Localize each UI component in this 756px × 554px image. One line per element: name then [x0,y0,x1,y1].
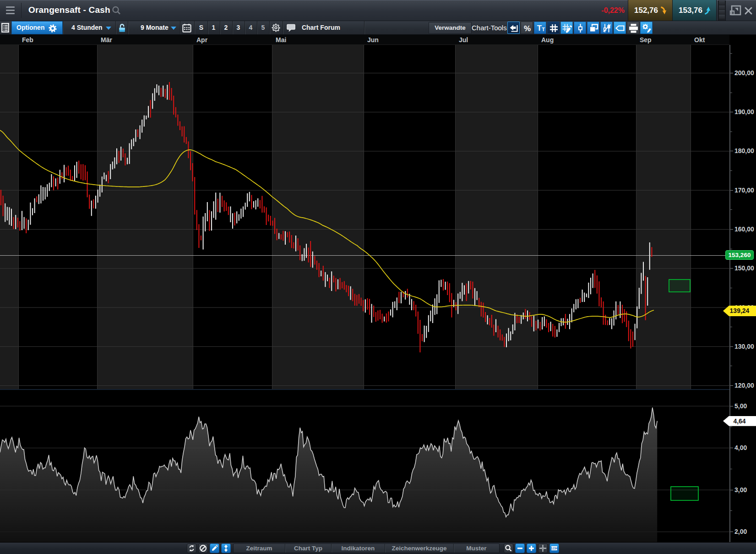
indicator-plot[interactable] [0,390,729,542]
axis-tick [730,532,733,532]
month-label-Okt: Okt [694,36,705,44]
search-icon[interactable] [111,5,121,16]
axis-tick [730,190,733,191]
menu-button[interactable] [0,0,22,21]
axis-tick [730,268,733,269]
text-size-icon[interactable]: TT [534,22,546,34]
axis-tick [730,73,733,73]
scale-button-S[interactable]: S [195,21,207,34]
grid-icon[interactable] [547,22,560,34]
svg-text:%: % [524,24,531,33]
interval-dropdown[interactable]: 4 Stunden [64,21,115,34]
drag-grip[interactable] [718,0,726,21]
axis-minor-tick [730,288,732,288]
gears-edit-icon[interactable] [640,22,653,34]
zoom-out-icon[interactable] [515,543,525,553]
percent-icon[interactable]: % [521,22,533,34]
indicator-value-badge: 4,64 [723,416,756,426]
separator [63,21,63,34]
candle-single-icon[interactable] [574,22,586,34]
price-tag-icon[interactable] [614,22,626,34]
bottom-button-zeitraum[interactable]: Zeitraum [234,544,285,553]
scale-button-2[interactable]: 2 [220,21,232,34]
axis-minor-tick [730,469,732,469]
price-tick-label: 190,00 [734,108,754,115]
sort-arrows-icon[interactable] [221,543,231,553]
refresh-icon[interactable] [187,543,196,553]
separator [283,21,283,34]
candles-compare-icon[interactable] [600,22,613,34]
month-label-Mai: Mai [276,36,286,44]
axis-tick [730,112,733,112]
svg-text:T: T [542,27,545,32]
settings-gear-icon[interactable] [272,23,280,32]
axis-tick [730,406,733,406]
axis-minor-tick [730,327,732,327]
related-button[interactable]: Verwandte [429,22,472,34]
month-label-Apr: Apr [196,36,207,44]
window-restore-button[interactable] [729,4,742,17]
chevron-down-icon [171,27,176,30]
price-tick-label: 180,00 [734,147,754,154]
range-dropdown[interactable]: 9 Monate [129,21,180,34]
svg-text:1234: 1234 [551,547,558,550]
scale-button-5[interactable]: 5 [257,21,269,34]
no-draw-icon[interactable] [198,543,208,553]
separator [194,21,195,34]
price-tick-label: 150,00 [734,264,754,272]
chart-menu-buttons: ZeitraumChart TypIndikatorenZeichenwerkz… [233,543,500,553]
separator [269,21,270,34]
sell-price-button[interactable]: 152,76 [628,0,672,21]
separator [128,21,128,34]
scale-button-1[interactable]: 1 [207,21,220,34]
chart-forum-button[interactable]: Chart Forum [286,21,340,34]
bottom-button-muster[interactable]: Muster [453,544,499,553]
axis-tick [730,490,733,490]
list-panel-icon[interactable] [1,23,10,33]
arrow-up-cyan-icon [704,6,711,15]
separator [115,21,116,34]
options-button[interactable]: Optionen [11,21,63,34]
printer-icon[interactable] [627,22,639,34]
axis-tick [730,346,733,347]
padlock-open-icon[interactable] [118,23,126,33]
buy-price-button[interactable]: 153,76 [672,0,717,21]
pencil-icon[interactable] [210,543,219,553]
indicator-tick-label: 3,00 [734,486,747,494]
indicator-tick-label: 5,00 [734,402,747,410]
zoom-in-icon[interactable] [527,543,536,553]
chart-area: FebMärAprMaiJunJulAugSepOkt 153,260 139,… [0,35,756,542]
month-label-Feb: Feb [22,36,33,44]
back-arrow-icon[interactable] [507,22,520,34]
bottom-button-chart-typ[interactable]: Chart Typ [285,544,331,553]
instrument-title: Orangensaft - Cash [28,5,110,15]
calendar-icon[interactable] [182,23,191,33]
bottom-button-zeichenwerkzeuge[interactable]: Zeichenwerkzeuge [385,544,453,553]
axis-line [729,45,730,542]
ma-value-badge: 139,24 [723,306,756,316]
scale-button-3[interactable]: 3 [232,21,245,34]
titlebar: Orangensaft - Cash -0,22% 152,76 153,76 [0,0,756,21]
price-tick-label: 120,00 [734,382,754,389]
magnifier-icon[interactable] [504,543,513,553]
separator [180,21,180,34]
cascade-windows-icon[interactable] [587,22,599,34]
speech-bubble-icon [286,24,296,32]
window-close-button[interactable] [742,4,755,17]
main-price-plot[interactable] [0,45,729,389]
grid-edit-icon[interactable] [560,22,573,34]
bottom-button-indikatoren[interactable]: Indikatoren [331,544,385,553]
gear-icon [49,24,57,33]
values-icon[interactable]: 1234 [549,543,559,553]
price-axis[interactable]: 153,260 139,24 4,64 200,00190,00180,0017… [729,35,756,542]
axis-minor-tick [730,249,732,249]
month-label-Sep: Sep [640,36,652,44]
scale-button-4[interactable]: 4 [245,21,257,34]
month-label-Jun: Jun [367,36,379,44]
month-label-Aug: Aug [541,36,554,44]
crosshair-icon[interactable] [538,543,548,553]
arrow-down-orange-icon [660,6,667,15]
indicator-tick-label: 4,00 [734,444,747,451]
separator [364,21,364,34]
axis-minor-tick [730,93,732,93]
